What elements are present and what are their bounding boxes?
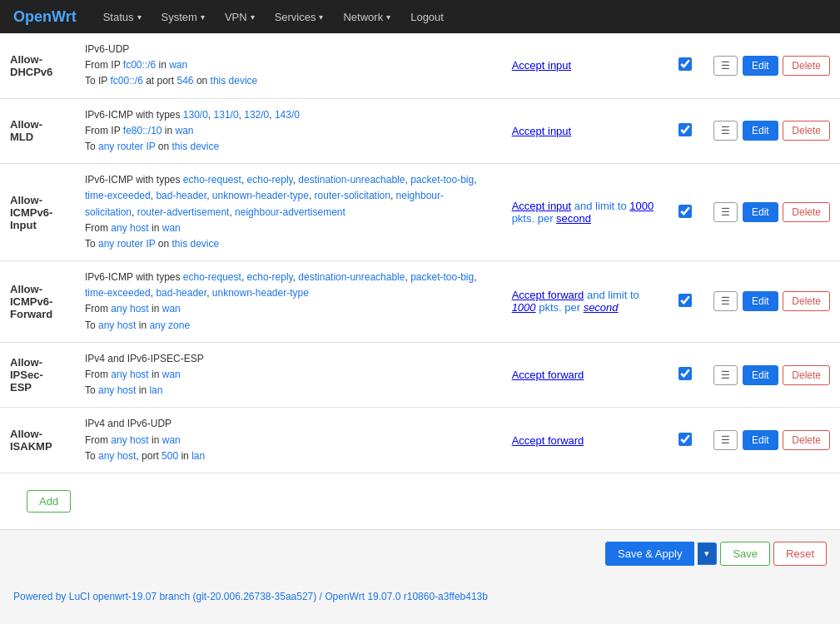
action-link-mld[interactable]: Accept input	[512, 125, 572, 137]
edit-button-ipsec-esp[interactable]: Edit	[743, 365, 778, 385]
link-icmpv6in-dst[interactable]: any router IP	[98, 238, 155, 250]
link-ipsec-src-zone[interactable]: wan	[162, 369, 181, 380]
rule-action-icmpv6-forward: Accept forward and limit to 1000 pkts. p…	[502, 261, 669, 343]
link-limit-icmpv6fwd[interactable]: 1000	[512, 301, 536, 314]
link-icmpv6fwd-type6[interactable]: bad-header	[156, 287, 206, 299]
nav-status[interactable]: Status ▾	[93, 0, 152, 33]
link-icmpv6in-type10[interactable]: router-advertisement	[137, 206, 230, 218]
add-button[interactable]: Add	[27, 490, 71, 513]
rule-action-isakmp: Accept forward	[502, 408, 669, 473]
link-icmpv6fwd-type1[interactable]: echo-request	[183, 271, 241, 283]
nav-services[interactable]: Services ▾	[265, 0, 334, 33]
link-limit-icmpv6in[interactable]: 1000	[629, 200, 654, 212]
link-icmpv6fwd-dst[interactable]: any host	[98, 319, 136, 331]
menu-button-ipsec-esp[interactable]: ☰	[713, 365, 738, 385]
action-link-ipsec[interactable]: Accept forward	[512, 369, 584, 381]
edit-button-icmpv6-input[interactable]: Edit	[743, 202, 778, 222]
link-icmpv6fwd-type4[interactable]: packet-too-big	[410, 271, 474, 283]
link-dhcpv6-dst-ip[interactable]: fc00::/6	[110, 75, 142, 87]
link-icmpv6in-type11[interactable]: neighbour-advertisement	[235, 206, 345, 218]
checkbox-isakmp[interactable]	[678, 433, 692, 446]
nav-system[interactable]: System ▾	[152, 0, 215, 33]
edit-button-icmpv6-forward[interactable]: Edit	[743, 291, 778, 311]
nav-network[interactable]: Network ▾	[333, 0, 400, 33]
link-mld-type3[interactable]: 132/0	[244, 109, 269, 121]
delete-button-icmpv6-forward[interactable]: Delete	[783, 291, 830, 311]
save-apply-button[interactable]: Save & Apply	[605, 542, 694, 566]
link-mld-dst-dev[interactable]: this device	[172, 141, 220, 152]
link-dhcpv6-src-zone[interactable]: wan	[169, 59, 187, 71]
link-ipsec-dst[interactable]: any host	[98, 384, 136, 396]
reset-button[interactable]: Reset	[773, 542, 827, 566]
link-mld-type1[interactable]: 130/0	[183, 109, 208, 121]
link-unit-icmpv6in[interactable]: second	[556, 212, 591, 225]
menu-button-icmpv6-forward[interactable]: ☰	[713, 291, 738, 311]
link-isakmp-port[interactable]: 500	[162, 450, 178, 462]
action-link-icmpv6in[interactable]: Accept input	[512, 200, 572, 212]
rule-action-mld: Accept input	[502, 98, 669, 164]
link-icmpv6in-type2[interactable]: echo-reply	[247, 174, 293, 186]
rule-actions-dhcpv6: ☰ Edit Delete	[702, 33, 840, 98]
link-icmpv6fwd-src-zone[interactable]: wan	[162, 303, 181, 314]
link-icmpv6fwd-type7[interactable]: unknown-header-type	[212, 287, 309, 299]
nav-vpn[interactable]: VPN ▾	[215, 0, 265, 33]
save-button[interactable]: Save	[720, 542, 770, 566]
edit-button-dhcpv6[interactable]: Edit	[743, 56, 778, 76]
action-link-icmpv6fwd[interactable]: Accept forward	[512, 289, 584, 301]
link-mld-src-ip[interactable]: fe80::/10	[123, 125, 162, 136]
link-icmpv6fwd-type2[interactable]: echo-reply	[247, 271, 293, 283]
link-icmpv6in-dst-dev[interactable]: this device	[172, 238, 220, 250]
delete-button-ipsec-esp[interactable]: Delete	[783, 365, 830, 385]
link-dhcpv6-dst-port[interactable]: 546	[177, 75, 194, 87]
link-icmpv6in-type5[interactable]: time-exceeded	[85, 190, 151, 201]
checkbox-mld[interactable]	[678, 123, 692, 136]
link-icmpv6fwd-type5[interactable]: time-exceeded	[85, 287, 151, 299]
menu-button-icmpv6-input[interactable]: ☰	[713, 202, 738, 222]
link-icmpv6in-type3[interactable]: destination-unreachable	[298, 174, 405, 186]
link-icmpv6in-type8[interactable]: router-solicitation	[315, 190, 390, 201]
menu-button-mld[interactable]: ☰	[713, 121, 738, 141]
link-unit-icmpv6fwd[interactable]: second	[584, 301, 619, 314]
checkbox-dhcpv6[interactable]	[678, 57, 692, 71]
link-ipsec-dst-zone[interactable]: lan	[149, 384, 162, 396]
link-isakmp-dst-zone[interactable]: lan	[191, 450, 205, 462]
link-icmpv6in-type6[interactable]: bad-header	[156, 190, 206, 201]
link-dhcpv6-dst-dev[interactable]: this device	[211, 75, 258, 87]
link-mld-src-zone[interactable]: wan	[176, 125, 194, 136]
delete-button-mld[interactable]: Delete	[783, 121, 830, 141]
table-row: Allow-MLD IPv6-ICMP with types 130/0, 13…	[0, 98, 840, 164]
link-icmpv6fwd-type3[interactable]: destination-unreachable	[298, 271, 405, 283]
link-icmpv6fwd-src[interactable]: any host	[111, 303, 148, 314]
delete-button-icmpv6-input[interactable]: Delete	[783, 202, 830, 222]
link-mld-dst-ip[interactable]: any router IP	[98, 141, 155, 152]
footer-link[interactable]: Powered by LuCI openwrt-19.07 branch (gi…	[13, 591, 316, 602]
link-isakmp-dst[interactable]: any host	[98, 450, 136, 462]
link-dhcpv6-src-ip[interactable]: fc00::/6	[123, 59, 156, 71]
rule-desc-icmpv6-forward: IPv6-ICMP with types echo-request, echo-…	[75, 261, 502, 343]
save-apply-dropdown[interactable]: ▾	[698, 542, 717, 565]
link-isakmp-src[interactable]: any host	[111, 434, 148, 446]
checkbox-ipsec-esp[interactable]	[678, 367, 692, 380]
menu-button-isakmp[interactable]: ☰	[713, 430, 738, 450]
checkbox-icmpv6-forward[interactable]	[678, 294, 692, 307]
action-link-isakmp[interactable]: Accept forward	[512, 434, 584, 447]
link-icmpv6in-type1[interactable]: echo-request	[183, 174, 241, 186]
link-mld-type2[interactable]: 131/0	[214, 109, 239, 121]
link-mld-type4[interactable]: 143/0	[275, 109, 300, 121]
rules-table: Allow-DHCPv6 IPv6-UDP From IP fc00::/6 i…	[0, 33, 840, 473]
link-icmpv6in-src-zone[interactable]: wan	[162, 222, 181, 234]
checkbox-icmpv6-input[interactable]	[678, 205, 692, 218]
link-icmpv6in-type7[interactable]: unknown-header-type	[212, 190, 309, 201]
link-icmpv6fwd-dst-zone[interactable]: any zone	[149, 319, 190, 331]
edit-button-isakmp[interactable]: Edit	[743, 430, 778, 450]
link-icmpv6in-src[interactable]: any host	[111, 222, 148, 234]
nav-logout[interactable]: Logout	[400, 0, 454, 33]
link-isakmp-src-zone[interactable]: wan	[162, 434, 181, 446]
edit-button-mld[interactable]: Edit	[743, 121, 778, 141]
delete-button-dhcpv6[interactable]: Delete	[783, 56, 830, 76]
action-link-dhcpv6[interactable]: Accept input	[512, 59, 572, 72]
link-ipsec-src[interactable]: any host	[111, 369, 148, 380]
link-icmpv6in-type4[interactable]: packet-too-big	[410, 174, 474, 186]
delete-button-isakmp[interactable]: Delete	[783, 430, 830, 450]
menu-button-dhcpv6[interactable]: ☰	[713, 56, 738, 76]
